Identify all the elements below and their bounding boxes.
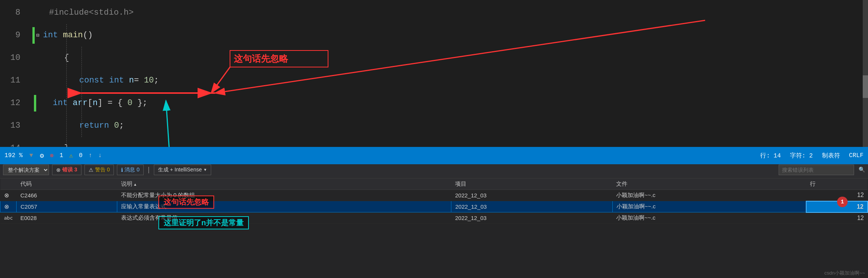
status-bar: 192 % ▼ ⚙ ⊗ 1 ⚠ 0 ↑ ↓ 行: 14 字符: 2 制表符 CR… [0, 147, 868, 164]
info-filter-label: 消息 0 [124, 166, 140, 173]
row2-code: C2057 [17, 201, 117, 212]
error-table: 代码 说明 项目 文件 行 ⊗ C2466 不能分配常量大小为 0 的数组 20… [0, 179, 868, 224]
info-filter-icon: ℹ [121, 167, 123, 173]
func-main: main [63, 31, 83, 40]
var-n: n [129, 76, 134, 85]
val-10: 10 [144, 76, 154, 85]
error-filter-btn[interactable]: ⊗ 错误 3 [52, 165, 81, 175]
header-row: 代码 说明 项目 文件 行 [0, 179, 868, 190]
return-zero: 0 [114, 121, 119, 130]
main-wrapper: 8 9 10 11 12 13 14 #include<stdio.h> [0, 0, 868, 278]
build-dropdown-arrow: ▼ [203, 168, 207, 172]
info-filter-btn[interactable]: ℹ 消息 0 [117, 165, 144, 175]
th-line[interactable]: 行 [806, 179, 868, 190]
error-filter-icon: ⊗ [56, 167, 61, 173]
table-row[interactable]: ⊗ C2057 应输入常量表达式 2022_12_03 小颖加油啊~~.c 12 [0, 201, 868, 212]
code-editor[interactable]: 8 9 10 11 12 13 14 #include<stdio.h> [0, 0, 868, 147]
code-line-11: const int n= 10; [30, 69, 868, 92]
row1-project: 2022_12_03 [451, 190, 612, 201]
include-line: #include<stdio.h> [49, 2, 133, 24]
nav-up[interactable]: ↑ [89, 152, 92, 159]
row3-icon-cell: abc [0, 212, 17, 224]
settings-icon[interactable]: ⚙ [40, 151, 44, 160]
row1-file: 小颖加油啊~~.c [612, 190, 806, 201]
watermark: csdn小颖加油啊~~ [824, 270, 865, 276]
table-row[interactable]: ⊗ C2466 不能分配常量大小为 0 的数组 2022_12_03 小颖加油啊… [0, 190, 868, 201]
error-table-container[interactable]: 代码 说明 项目 文件 行 ⊗ C2466 不能分配常量大小为 0 的数组 20… [0, 179, 868, 278]
line-info: 行: 14 [760, 152, 781, 160]
editor-scrollbar[interactable] [863, 0, 868, 147]
var-arr: arr [73, 98, 88, 108]
code-line-8: #include<stdio.h> [30, 2, 868, 24]
code-line-12: int arr[n] = { 0 }; [30, 92, 868, 115]
warning-filter-btn[interactable]: ⚠ 警告 0 [84, 165, 114, 175]
encoding-info: CRLF [849, 152, 863, 159]
kw-int-12: int [53, 98, 68, 108]
error-panel: 错误列表 ▼ ⊟ ✕ 整个解决方案 ⊗ 错误 3 ⚠ 警告 0 ℹ 消息 0 [0, 148, 868, 278]
kw-int-11: int [109, 76, 124, 85]
th-description[interactable]: 说明 [117, 179, 451, 190]
row3-code: E0028 [17, 212, 117, 224]
line9-text: int main() [43, 24, 93, 47]
line-numbers: 8 9 10 11 12 13 14 [0, 2, 26, 147]
eq-n: = [134, 76, 144, 85]
char-info: 字符: 2 [790, 152, 813, 160]
th-file[interactable]: 文件 [612, 179, 806, 190]
line-num-8: 8 [0, 2, 20, 24]
red-annotation-box: 这句话先忽略 [158, 196, 214, 209]
arr-end: }; [137, 98, 147, 108]
row1-code: C2466 [17, 190, 117, 201]
line13-text: return 0; [79, 115, 124, 137]
error-badge: 1 [837, 197, 848, 207]
arr-assign: = { [107, 98, 127, 108]
warning-status-icon: ⚠ [69, 152, 73, 159]
warning-filter-label: 警告 0 [95, 166, 110, 173]
tab-info: 制表符 [822, 152, 840, 160]
code-line-14: } [30, 137, 868, 147]
cyan-annotation-box: 这里证明了n并不是常量 [158, 216, 249, 229]
th-project[interactable]: 项目 [451, 179, 612, 190]
line-num-12: 12 [0, 92, 20, 115]
search-icon: 🔍 [859, 166, 865, 173]
line-num-11: 11 [0, 69, 20, 92]
ignore-note-text: 这句话先忽略 [164, 198, 209, 206]
scope-dropdown[interactable]: 整个解决方案 [3, 165, 49, 175]
line12-text: int arr[n] = { 0 }; [53, 92, 147, 115]
build-filter-btn[interactable]: 生成 + IntelliSense ▼ [154, 165, 211, 175]
arr-n: n [93, 98, 98, 108]
error-table-header: 代码 说明 项目 文件 行 [0, 179, 868, 190]
row1-line: 12 [806, 190, 868, 201]
semi-11: ; [154, 76, 159, 85]
error-count: 1 [60, 152, 63, 159]
arr-zero: 0 [127, 98, 132, 108]
kw-const: const [79, 76, 104, 85]
row3-line: 12 [806, 212, 868, 224]
warning-count: 0 [79, 152, 83, 159]
row2-project: 2022_12_03 [451, 201, 612, 212]
error-status-icon: ⊗ [50, 152, 54, 159]
table-row[interactable]: abc E0028 表达式必须含有常量值 2022_12_03 小颖加油啊~~.… [0, 212, 868, 224]
editor-section: 8 9 10 11 12 13 14 #include<stdio.h> [0, 0, 868, 148]
proof-note-text: 这里证明了n并不是常量 [164, 218, 244, 227]
code-content: #include<stdio.h> ⊟ int main() [26, 2, 868, 147]
scrollbar-thumb[interactable] [863, 75, 868, 98]
green-bar-12 [34, 95, 36, 112]
line-num-9: 9 [0, 24, 20, 47]
kw-return: return [79, 121, 109, 130]
bracket-close: ] [98, 98, 103, 108]
collapse-icon-9[interactable]: ⊟ [36, 24, 39, 47]
guide-line-1 [66, 24, 67, 147]
line-num-14: 14 [0, 137, 20, 147]
bracket-open: [ [87, 98, 92, 108]
func-parens: () [83, 31, 93, 40]
nav-down[interactable]: ↓ [98, 152, 102, 159]
th-code[interactable]: 代码 [17, 179, 117, 190]
error-table-body: ⊗ C2466 不能分配常量大小为 0 的数组 2022_12_03 小颖加油啊… [0, 190, 868, 224]
row3-project: 2022_12_03 [451, 212, 612, 224]
warning-filter-icon: ⚠ [89, 167, 94, 173]
build-filter-label: 生成 + IntelliSense [158, 166, 202, 173]
line11-text: const int n= 10; [79, 69, 159, 92]
green-bar-9 [32, 27, 35, 44]
row1-icon-cell: ⊗ [0, 190, 17, 201]
search-errors-input[interactable] [779, 165, 854, 175]
